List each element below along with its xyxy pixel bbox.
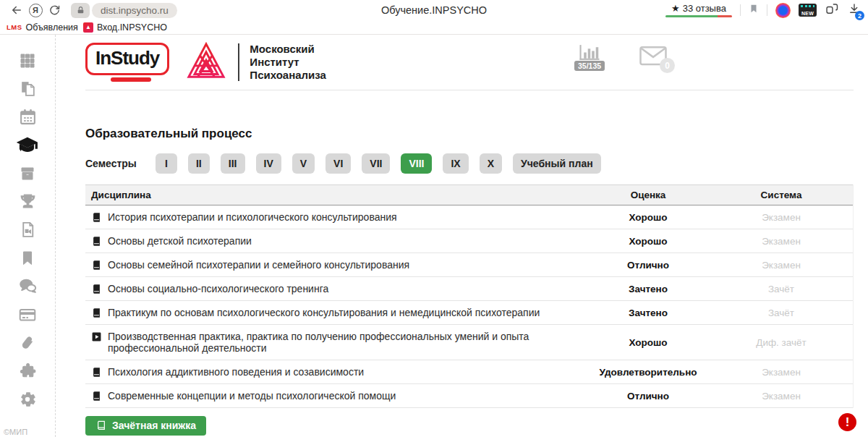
book-icon — [91, 367, 102, 378]
sidebar-item-documents[interactable] — [0, 75, 55, 103]
table-row: История психотерапии и психологического … — [85, 205, 853, 229]
graduation-cap-icon — [17, 135, 38, 156]
copyright-label: ©МИП — [4, 428, 27, 436]
semester-button-VI[interactable]: VI — [326, 153, 351, 174]
discipline-cell[interactable]: Основы семейной психотерапии и семейного… — [85, 253, 587, 276]
bar-chart-icon — [577, 43, 602, 62]
chat-icon — [18, 276, 38, 296]
system-cell: Экзамен — [710, 206, 853, 229]
system-cell: Зачёт — [710, 302, 853, 324]
discipline-cell[interactable]: Психология аддиктивного поведения и соза… — [85, 360, 587, 383]
sidebar-item-messages[interactable] — [0, 272, 55, 300]
bookmark-page-icon[interactable] — [749, 3, 759, 17]
gradebook-book-icon — [95, 420, 107, 431]
table-row: Основы социально-психологического тренин… — [85, 277, 853, 301]
downloads-icon[interactable]: 2 — [848, 2, 861, 18]
refresh-icon[interactable] — [45, 1, 64, 19]
screen-capture-new-icon[interactable]: NEW — [799, 4, 817, 17]
collections-icon[interactable] — [825, 1, 840, 20]
discipline-cell[interactable]: Практикум по основам психологического ко… — [85, 301, 587, 324]
divider — [740, 4, 741, 16]
gradebook-button[interactable]: Зачётная книжка — [85, 416, 206, 436]
site-header: InStudy Московский Институт Психоанализа… — [85, 35, 854, 90]
paperclip-icon — [18, 334, 37, 352]
semester-button-V[interactable]: V — [292, 153, 315, 174]
book-icon — [91, 236, 102, 247]
sidebar-item-achievements[interactable] — [0, 187, 55, 216]
address-bar[interactable]: dist.inpsycho.ru — [71, 3, 177, 18]
star-icon: ★ — [671, 3, 680, 14]
semester-button-Учебный план[interactable]: Учебный план — [513, 153, 601, 174]
discipline-cell[interactable]: Производственная практика, практика по п… — [85, 325, 587, 360]
grade-cell: Отлично — [587, 254, 710, 276]
system-cell: Экзамен — [710, 385, 853, 407]
semester-button-I[interactable]: I — [156, 153, 177, 174]
sidebar-item-bookmarks[interactable] — [0, 244, 55, 272]
grades-table: Дисциплина Оценка Система История психот… — [85, 184, 854, 408]
rating-bar — [665, 15, 732, 17]
table-row: Основы семейной психотерапии и семейного… — [85, 253, 853, 277]
play-icon — [91, 331, 102, 342]
discipline-cell[interactable]: Основы детской психотерапии — [85, 229, 587, 253]
sidebar-item-video-materials[interactable] — [0, 216, 55, 244]
sidebar-item-integrations[interactable] — [0, 357, 55, 385]
column-grade: Оценка — [587, 185, 710, 205]
puzzle-icon — [19, 362, 37, 380]
table-row: Практикум по основам психологического ко… — [85, 301, 853, 325]
back-icon[interactable] — [7, 1, 26, 19]
semester-button-X[interactable]: X — [480, 153, 502, 174]
logo-divider — [238, 43, 239, 81]
system-cell: Экзамен — [710, 254, 853, 276]
semester-button-VIII[interactable]: VIII — [401, 153, 432, 174]
instudy-logo-bar — [111, 77, 151, 82]
discipline-cell[interactable]: История психотерапии и психологического … — [85, 205, 587, 229]
system-cell: Экзамен — [710, 230, 853, 253]
semester-button-VII[interactable]: VII — [362, 153, 390, 174]
table-row: Психология аддиктивного поведения и соза… — [85, 360, 853, 384]
book-icon — [91, 212, 102, 223]
trophy-icon — [19, 192, 37, 211]
reviews-rating[interactable]: ★ 33 отзыва — [665, 3, 732, 17]
discipline-name: История психотерапии и психологического … — [108, 211, 397, 223]
book-icon — [91, 260, 102, 271]
discipline-name: Основы детской психотерапии — [108, 235, 252, 247]
column-discipline: Дисциплина — [85, 185, 587, 205]
bookmark-icon — [19, 250, 36, 267]
table-header: Дисциплина Оценка Система — [85, 184, 853, 205]
discipline-name: Производственная практика, практика по п… — [108, 331, 581, 354]
semester-button-III[interactable]: III — [221, 153, 245, 174]
semester-button-IX[interactable]: IX — [443, 153, 468, 174]
bookmark-announcements[interactable]: LMS Объявления — [7, 22, 78, 33]
sidebar-item-settings[interactable] — [0, 385, 55, 413]
semester-button-II[interactable]: II — [188, 153, 210, 174]
grade-cell: Зачтено — [587, 302, 710, 324]
bookmark-inpsycho-login[interactable]: ▲ Вход.INPSYCHO — [83, 22, 167, 33]
semester-button-IV[interactable]: IV — [256, 153, 281, 174]
grade-cell: Хорошо — [587, 230, 710, 253]
sidebar-item-archive[interactable] — [0, 159, 55, 187]
main-content: InStudy Московский Институт Психоанализа… — [56, 35, 868, 437]
sidebar-item-apps[interactable] — [0, 46, 55, 75]
mip-favicon: ▲ — [83, 22, 93, 33]
divider — [767, 4, 767, 16]
system-cell: Зачёт — [710, 278, 853, 300]
discipline-cell[interactable]: Современные концепции и методы психологи… — [85, 384, 587, 407]
sidebar-item-attachments[interactable] — [0, 328, 55, 357]
mail-button[interactable]: 0 — [638, 45, 668, 69]
browser-profile-icon[interactable] — [775, 3, 791, 18]
table-row: Современные концепции и методы психологи… — [85, 384, 853, 408]
url-text[interactable]: dist.inpsycho.ru — [92, 3, 177, 18]
book-icon — [91, 391, 102, 402]
progress-stats[interactable]: 35/135 — [574, 43, 605, 71]
yandex-home-icon[interactable]: Я — [26, 1, 45, 19]
discipline-cell[interactable]: Основы социально-психологического тренин… — [85, 277, 587, 300]
grade-cell: Удовлетворительно — [587, 361, 710, 383]
sidebar-item-payments[interactable] — [0, 300, 55, 328]
instudy-logo[interactable]: InStudy — [85, 43, 169, 82]
semesters-label: Семестры — [85, 158, 137, 169]
sidebar-item-education[interactable] — [0, 131, 55, 159]
sidebar-item-calendar[interactable] — [0, 103, 55, 131]
discipline-name: Основы социально-психологического тренин… — [108, 283, 328, 294]
lms-favicon: LMS — [7, 23, 22, 31]
alert-icon[interactable]: ! — [838, 413, 856, 431]
